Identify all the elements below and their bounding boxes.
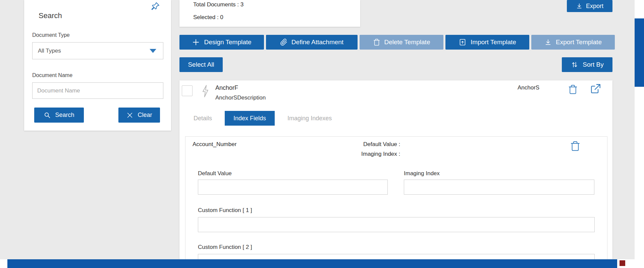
tab-imaging-indexes[interactable]: Imaging Indexes xyxy=(279,111,340,126)
scrollbar-thumb[interactable] xyxy=(635,18,644,87)
clear-button[interactable]: Clear xyxy=(118,108,160,123)
imaging-index-label: Imaging Index xyxy=(404,170,440,177)
sort-icon xyxy=(571,61,579,69)
export-template-label: Export Template xyxy=(556,39,602,46)
define-attachment-label: Define Attachment xyxy=(291,39,343,46)
index-field-name: Account_Number xyxy=(193,141,236,148)
app-root: Search Document Type All Types Document … xyxy=(0,0,644,268)
imaging-index-input[interactable] xyxy=(404,180,594,195)
download-icon xyxy=(544,39,552,46)
tab-index-fields[interactable]: Index Fields xyxy=(225,111,275,126)
sort-by-button[interactable]: Sort By xyxy=(562,57,612,72)
custom-function-1-input[interactable] xyxy=(198,217,595,232)
scrollbar-track[interactable] xyxy=(635,0,644,268)
design-template-button[interactable]: Design Template xyxy=(179,35,264,50)
default-value-input[interactable] xyxy=(198,180,388,195)
search-icon xyxy=(44,112,51,119)
document-type-select[interactable]: All Types xyxy=(32,42,163,59)
document-description: AnchorSDescription xyxy=(215,94,266,101)
import-icon xyxy=(459,38,467,46)
imaging-index-summary-label: Imaging Index : xyxy=(361,151,400,157)
search-button[interactable]: Search xyxy=(34,108,84,123)
search-button-label: Search xyxy=(55,112,74,119)
download-icon xyxy=(576,3,583,9)
import-template-label: Import Template xyxy=(471,39,516,46)
document-type-value: All Types xyxy=(38,48,61,54)
total-documents-text: Total Documents : 3 xyxy=(193,1,244,8)
search-panel-title: Search xyxy=(39,11,62,20)
clear-button-label: Clear xyxy=(138,112,152,119)
delete-document-icon[interactable] xyxy=(568,84,578,95)
open-document-icon[interactable] xyxy=(590,83,601,94)
document-tabs: Details Index Fields Imaging Indexes xyxy=(185,111,340,126)
document-type-label: Document Type xyxy=(32,32,70,38)
import-template-button[interactable]: Import Template xyxy=(445,35,529,50)
document-checkbox[interactable] xyxy=(182,85,193,96)
delete-template-label: Delete Template xyxy=(384,39,430,46)
delete-index-field-icon[interactable] xyxy=(570,140,581,152)
pin-icon[interactable] xyxy=(150,1,160,11)
default-value-summary-label: Default Value : xyxy=(363,141,400,148)
bottom-accent-red xyxy=(620,260,625,266)
lightning-icon xyxy=(202,85,209,97)
define-attachment-button[interactable]: Define Attachment xyxy=(266,35,358,50)
index-field-panel: Account_Number Default Value : Imaging I… xyxy=(185,136,607,268)
document-name-label: Document Name xyxy=(32,72,72,78)
tab-details[interactable]: Details xyxy=(185,111,221,126)
trash-icon xyxy=(373,39,380,46)
document-card: AnchorF AnchorSDescription AnchorS Detai… xyxy=(179,80,612,268)
select-all-label: Select All xyxy=(188,61,214,68)
export-button-label: Export xyxy=(586,3,603,10)
delete-template-button[interactable]: Delete Template xyxy=(360,35,443,50)
default-value-label: Default Value xyxy=(198,170,232,177)
custom-function-1-label: Custom Function [ 1 ] xyxy=(198,207,252,214)
document-name-input[interactable] xyxy=(32,82,163,99)
export-button[interactable]: Export xyxy=(567,0,612,12)
summary-card: Total Documents : 3 Selected : 0 xyxy=(179,0,360,27)
document-anchor-label: AnchorS xyxy=(518,84,539,91)
select-all-button[interactable]: Select All xyxy=(179,57,223,72)
selected-count-text: Selected : 0 xyxy=(193,14,223,21)
design-template-label: Design Template xyxy=(204,39,251,46)
close-icon xyxy=(126,112,133,119)
export-template-button[interactable]: Export Template xyxy=(531,35,615,50)
custom-function-2-label: Custom Function [ 2 ] xyxy=(198,244,252,251)
paperclip-icon xyxy=(280,39,287,46)
bottom-bar xyxy=(7,259,617,268)
plus-icon xyxy=(192,38,200,46)
chevron-down-icon xyxy=(150,49,156,53)
document-name: AnchorF xyxy=(215,84,238,91)
sort-by-label: Sort By xyxy=(583,61,603,68)
bottom-strip xyxy=(0,259,644,268)
search-panel: Search Document Type All Types Document … xyxy=(24,0,171,131)
template-toolbar: Design Template Define Attachment Delete… xyxy=(179,35,615,50)
